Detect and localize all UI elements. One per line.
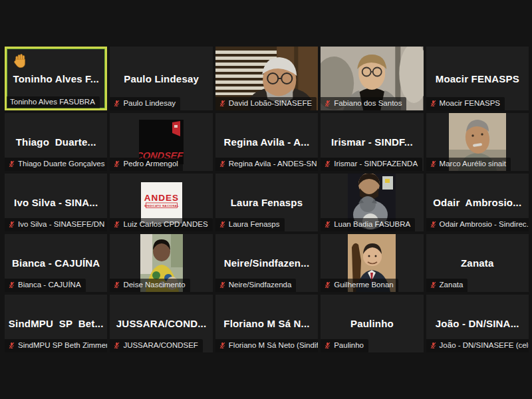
svg-text:SINDICATO NACIONAL: SINDICATO NACIONAL	[144, 203, 179, 207]
mic-muted-icon	[8, 220, 15, 229]
mic-muted-icon	[430, 341, 437, 350]
mic-muted-icon	[219, 341, 226, 350]
mic-muted-icon	[324, 281, 331, 289]
participant-label: Laura Fenasps	[215, 218, 285, 231]
participant-label: Irismar - SINDFAZENDA	[321, 158, 422, 171]
mic-muted-icon	[113, 220, 120, 229]
participant-label: Thiago Duarte Gonçalves	[5, 158, 107, 171]
participant-tile-regina[interactable]: Regina Avila - A... Regina Avila - ANDES…	[215, 113, 318, 171]
mic-muted-icon	[430, 99, 437, 108]
participant-tile-bianca[interactable]: Bianca - CAJUÍNA Bianca - CAJUÍNA	[5, 234, 107, 292]
participant-tile-thiago[interactable]: Thiago Duarte... Thiago Duarte Gonçalves	[5, 113, 107, 171]
participant-tile-zanata[interactable]: Zanata Zanata	[426, 234, 529, 292]
participant-tile-deise[interactable]: Deise Nascimento	[110, 234, 212, 292]
participant-label: Floriano M Sá Neto (Sindifi...	[215, 339, 318, 352]
participant-label: Fabiano dos Santos	[321, 97, 406, 110]
mic-muted-icon	[430, 220, 437, 229]
participant-tile-paulo-lindesay[interactable]: Paulo Lindesay Paulo Lindesay	[110, 47, 212, 110]
participant-tile-marco-aurelio[interactable]: Marco Aurélio sinait	[426, 113, 529, 171]
participant-grid: Toninho Alves F... Toninho Alves FASUBRA…	[5, 47, 529, 352]
mic-muted-icon	[113, 160, 120, 168]
participant-label: Paulinho	[321, 339, 368, 352]
mic-muted-icon	[430, 160, 437, 168]
participant-label: Luiz Carlos CPD ANDES	[110, 218, 212, 231]
participant-label: Odair Ambrosio - Sindirec...	[426, 218, 529, 231]
participant-tile-david-lobao[interactable]: David Lobão-SINASEFE	[215, 47, 318, 110]
participant-label: Paulo Lindesay	[110, 97, 180, 110]
mic-muted-icon	[324, 220, 331, 229]
participant-tile-guilherme[interactable]: Guilherme Bonan	[321, 234, 423, 292]
participant-label: Bianca - CAJUÍNA	[5, 279, 86, 292]
participant-label: SindMPU SP Beth Zimmer...	[5, 339, 107, 352]
participant-label: Moacir FENASPS	[426, 97, 505, 110]
mic-muted-icon	[113, 99, 120, 108]
participant-label: Zanata	[426, 279, 468, 292]
participant-label: Guilherme Bonan	[321, 279, 398, 292]
mic-muted-icon	[8, 281, 15, 289]
participant-label: JUSSARA/CONDSEF	[110, 339, 202, 352]
participant-tile-fabiano[interactable]: Fabiano dos Santos	[321, 47, 423, 110]
participant-label: David Lobão-SINASEFE	[215, 97, 317, 110]
participant-tile-floriano[interactable]: Floriano M Sá N... Floriano M Sá Neto (S…	[215, 295, 318, 352]
participant-tile-ivo[interactable]: Ivo Silva - SINA... Ivo Silva - SINASEFE…	[5, 174, 107, 231]
participant-tile-paulinho[interactable]: Paulinho Paulinho	[321, 295, 423, 352]
participant-label: Deise Nascimento	[110, 279, 190, 292]
mic-muted-icon	[324, 99, 331, 108]
mic-muted-icon	[8, 160, 15, 168]
mic-muted-icon	[324, 341, 331, 350]
participant-label: Marco Aurélio sinait	[426, 158, 511, 171]
participant-tile-neire[interactable]: Neire/Sindfazen... Neire/Sindfazenda	[215, 234, 318, 292]
participant-tile-moacir[interactable]: Moacir FENASPS Moacir FENASPS	[426, 47, 529, 110]
mic-muted-icon	[8, 341, 15, 350]
participant-tile-joao[interactable]: João - DN/SINA... João - DN/SINASEFE (ce…	[426, 295, 529, 352]
participant-tile-luiz-carlos[interactable]: ANDES SINDICATO NACIONAL Luiz Carlos CPD…	[110, 174, 212, 231]
svg-text:ANDES: ANDES	[144, 193, 178, 203]
mic-muted-icon	[113, 341, 120, 350]
participant-label: Pedro Armengol	[110, 158, 182, 171]
mic-muted-icon	[219, 99, 226, 108]
participant-tile-laura[interactable]: Laura Fenasps Laura Fenasps	[215, 174, 318, 231]
mic-muted-icon	[113, 281, 120, 289]
mic-muted-icon	[430, 281, 437, 289]
participant-label: Ivo Silva - SINASEFE/DN	[5, 218, 107, 231]
mic-muted-icon	[219, 160, 226, 168]
andes-logo: ANDES SINDICATO NACIONAL	[141, 182, 182, 223]
mic-muted-icon	[219, 281, 226, 289]
participant-label: Luan Badia FASUBRA	[321, 218, 415, 231]
participant-tile-toninho[interactable]: Toninho Alves F... Toninho Alves FASUBRA	[5, 47, 107, 110]
participant-tile-sindmpu[interactable]: SindMPU SP Bet... SindMPU SP Beth Zimmer…	[5, 295, 107, 352]
participant-label: João - DN/SINASEFE (celul...	[426, 339, 529, 352]
mic-muted-icon	[324, 160, 331, 168]
participant-tile-jussara[interactable]: JUSSARA/COND... JUSSARA/CONDSEF	[110, 295, 212, 352]
participant-label: Regina Avila - ANDES-SN	[215, 158, 318, 171]
participant-tile-luan-badia[interactable]: Luan Badia FASUBRA	[321, 174, 423, 231]
participant-label: Toninho Alves FASUBRA	[7, 96, 100, 109]
participant-tile-irismar[interactable]: Irismar - SINDF... Irismar - SINDFAZENDA	[321, 113, 423, 171]
mic-muted-icon	[219, 220, 226, 229]
participant-label: Neire/Sindfazenda	[215, 279, 297, 292]
participant-tile-pedro-armengol[interactable]: CONDSEF Pedro Armengol	[110, 113, 212, 171]
participant-tile-odair[interactable]: Odair Ambrosio... Odair Ambrosio - Sindi…	[426, 174, 529, 231]
